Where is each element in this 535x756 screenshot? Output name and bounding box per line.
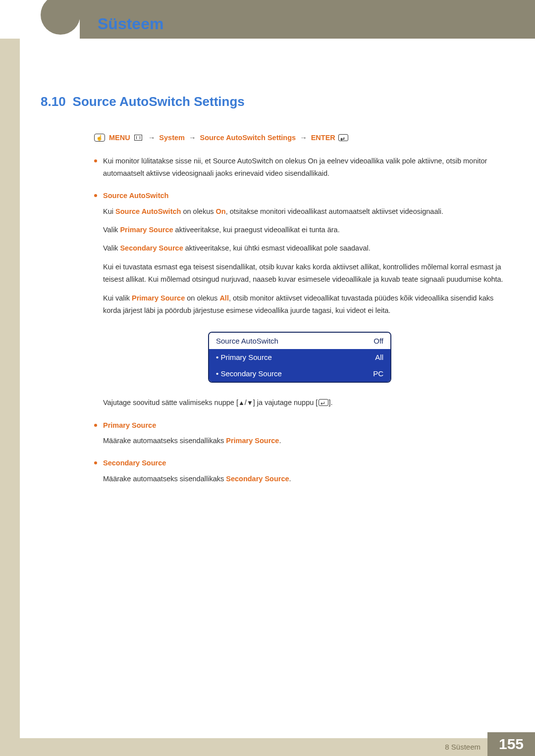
footer-chapter-label: 8 Süsteem [445,743,481,751]
subhead-source-autoswitch: Source AutoSwitch [94,190,505,202]
s1-p2: Valik Primary Source aktiveeritakse, kui… [94,224,505,236]
s1-p1: Kui Source AutoSwitch on olekus On, otsi… [94,205,505,218]
nav-step-1: System [159,134,185,142]
page-title: Süsteem [98,15,163,33]
osd-r3-value: PC [373,369,383,378]
enter-icon [338,134,348,141]
osd-r1-label: Source AutoSwitch [216,337,278,345]
nav-enter: ENTER [311,134,335,142]
subhead-primary-source: Primary Source [94,419,505,432]
nav-step-2: Source AutoSwitch Settings [200,134,296,142]
s2-p: Määrake automaatseks sisendallikaks Prim… [94,435,505,447]
s1-p4: Kui ei tuvastata esmast ega teisest sise… [94,261,505,286]
subhead-secondary-source: Secondary Source [94,457,505,469]
s1-p5: Kui valik Primary Source on olekus All, … [94,292,505,317]
section-number: 8.10 [41,94,66,109]
left-rail [0,39,20,756]
s1-p3: Valik Secondary Source aktiveeritakse, k… [94,242,505,254]
osd-menu: Source AutoSwitch Off Primary Source All… [208,332,391,383]
osd-r2-value: All [375,353,383,361]
menu-icon [134,135,142,141]
osd-row-2: Primary Source All [209,349,390,365]
enter-icon [319,399,328,406]
remote-icon: ☝ [94,134,105,142]
down-triangle-icon: ▼ [247,399,253,406]
nav-menu: MENU [109,134,130,142]
footer: 8 Süsteem 155 [0,732,535,756]
header-bar: Süsteem [0,0,535,39]
osd-r3-label: Secondary Source [216,369,282,378]
section-heading: 8.10 Source AutoSwitch Settings [41,94,505,109]
page-number: 155 [487,732,535,756]
osd-r1-value: Off [374,337,383,345]
osd-row-1: Source AutoSwitch Off [209,333,390,349]
menu-navigation-path: ☝ MENU → System → Source AutoSwitch Sett… [94,131,505,145]
navigation-hint: Vajutage soovitud sätte valimiseks nuppe… [94,397,505,409]
osd-row-3: Secondary Source PC [209,365,390,382]
intro-paragraph: Kui monitor lülitatakse sisse nii, et So… [94,155,505,180]
s3-p: Määrake automaatseks sisendallikaks Seco… [94,473,505,485]
up-triangle-icon: ▲ [238,399,245,406]
osd-r2-label: Primary Source [216,353,272,361]
footer-left [0,732,20,756]
section-title: Source AutoSwitch Settings [73,94,245,109]
content: 8.10 Source AutoSwitch Settings ☝ MENU →… [41,94,505,495]
